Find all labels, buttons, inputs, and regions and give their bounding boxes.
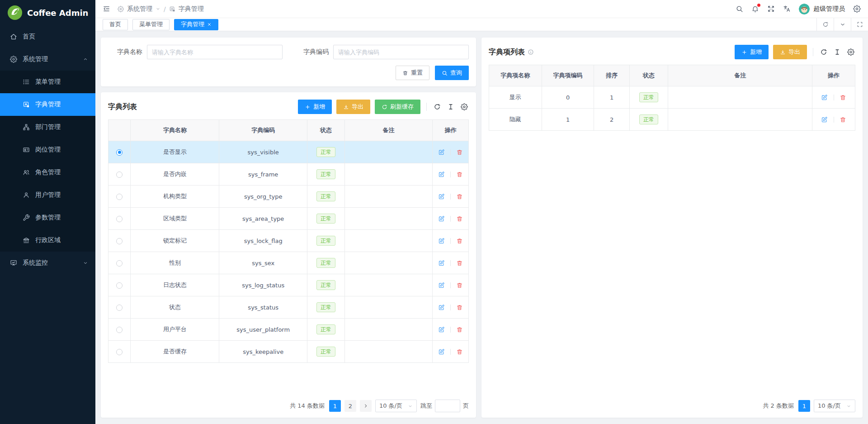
delete-icon[interactable]	[456, 215, 463, 222]
fullscreen-icon[interactable]	[767, 5, 775, 13]
refresh-table-icon[interactable]	[433, 103, 442, 110]
edit-icon[interactable]	[438, 260, 445, 267]
page-button-1[interactable]: 1	[329, 400, 341, 412]
page-size-select[interactable]: 10 条/页	[375, 400, 417, 412]
info-icon[interactable]	[528, 49, 534, 55]
delete-icon[interactable]	[456, 149, 463, 156]
close-icon[interactable]	[207, 22, 212, 27]
row-radio[interactable]	[116, 305, 123, 311]
sidebar-item-user-mgmt[interactable]: 用户管理	[0, 184, 95, 206]
row-radio[interactable]	[116, 149, 123, 156]
sidebar-item-dict-mgmt[interactable]: 字典管理	[0, 93, 95, 116]
export-dict-item-button[interactable]: 导出	[773, 45, 807, 59]
sidebar-item-post-mgmt[interactable]: 岗位管理	[0, 138, 95, 161]
delete-icon[interactable]	[456, 304, 463, 311]
row-radio[interactable]	[116, 260, 123, 267]
edit-icon[interactable]	[438, 348, 445, 355]
sidebar-item-system[interactable]: 系统管理	[0, 48, 95, 71]
table-row[interactable]: 隐藏 1 2 正常	[489, 109, 855, 131]
chevron-down-icon[interactable]	[834, 18, 851, 31]
edit-icon[interactable]	[438, 171, 445, 178]
breadcrumb-parent[interactable]: 系统管理	[127, 5, 152, 13]
table-row[interactable]: 区域类型 sys_area_type 正常	[108, 208, 469, 230]
page-size-select[interactable]: 10 条/页	[814, 400, 855, 412]
table-row[interactable]: 性别 sys_sex 正常	[108, 252, 469, 274]
settings-gear-icon[interactable]	[853, 5, 861, 13]
edit-icon[interactable]	[438, 282, 445, 289]
edit-icon[interactable]	[821, 116, 828, 123]
table-row[interactable]: 是否缓存 sys_keepalive 正常	[108, 341, 469, 363]
translate-icon[interactable]	[783, 5, 791, 13]
delete-icon[interactable]	[456, 348, 463, 355]
collapse-sidebar-icon[interactable]	[103, 5, 110, 13]
plus-icon	[305, 104, 311, 110]
edit-icon[interactable]	[438, 193, 445, 200]
edit-icon[interactable]	[438, 215, 445, 222]
row-radio[interactable]	[116, 172, 123, 178]
user-menu[interactable]: 超级管理员	[799, 4, 845, 14]
jump-page-input[interactable]	[435, 400, 460, 412]
table-row[interactable]: 日志状态 sys_log_status 正常	[108, 274, 469, 296]
next-page-button[interactable]	[360, 400, 372, 412]
column-settings-icon[interactable]	[460, 103, 469, 110]
edit-icon[interactable]	[821, 94, 828, 101]
notification-bell-icon[interactable]	[751, 5, 759, 13]
table-row[interactable]: 锁定标记 sys_lock_flag 正常	[108, 230, 469, 252]
tab-dict-mgmt[interactable]: 字典管理	[174, 19, 218, 30]
sidebar-item-home[interactable]: 首页	[0, 25, 95, 48]
delete-icon[interactable]	[840, 116, 846, 123]
delete-icon[interactable]	[456, 193, 463, 200]
dict-name-input[interactable]	[147, 45, 283, 59]
sidebar-item-label: 参数管理	[35, 214, 61, 222]
tab-home[interactable]: 首页	[103, 19, 128, 30]
maximize-icon[interactable]	[851, 18, 868, 31]
delete-icon[interactable]	[456, 282, 463, 289]
row-height-icon[interactable]	[833, 48, 842, 56]
edit-icon[interactable]	[438, 304, 445, 311]
edit-icon[interactable]	[438, 238, 445, 244]
row-radio[interactable]	[116, 238, 123, 244]
row-radio[interactable]	[116, 349, 123, 355]
add-dict-button[interactable]: 新增	[298, 100, 332, 114]
page-button-1[interactable]: 1	[798, 400, 810, 412]
refresh-icon[interactable]	[816, 18, 834, 31]
edit-icon[interactable]	[438, 149, 445, 156]
reset-button[interactable]: 重置	[396, 66, 429, 80]
sidebar-item-label: 行政区域	[35, 236, 61, 244]
sidebar-item-role-mgmt[interactable]: 角色管理	[0, 161, 95, 184]
dict-code-input[interactable]	[333, 45, 469, 59]
row-radio[interactable]	[116, 216, 123, 222]
page-button-2[interactable]: 2	[344, 400, 356, 412]
refresh-cache-button[interactable]: 刷新缓存	[375, 100, 420, 114]
query-button[interactable]: 查询	[435, 66, 469, 80]
table-row[interactable]: 是否内嵌 sys_frame 正常	[108, 163, 469, 186]
sidebar-item-admin-area[interactable]: 行政区域	[0, 229, 95, 252]
refresh-table-icon[interactable]	[819, 48, 828, 56]
search-icon[interactable]	[736, 5, 743, 13]
export-dict-button[interactable]: 导出	[336, 100, 370, 114]
row-radio[interactable]	[116, 282, 123, 289]
sidebar-item-menu-mgmt[interactable]: 菜单管理	[0, 71, 95, 93]
column-settings-icon[interactable]	[846, 48, 855, 56]
sidebar-item-dept-mgmt[interactable]: 部门管理	[0, 116, 95, 138]
remark-cell	[344, 141, 432, 163]
row-radio[interactable]	[116, 194, 123, 200]
edit-icon[interactable]	[438, 326, 445, 333]
row-height-icon[interactable]	[446, 103, 455, 110]
table-row[interactable]: 显示 0 1 正常	[489, 86, 855, 109]
add-dict-item-button[interactable]: 新增	[735, 45, 769, 59]
sidebar-item-monitor[interactable]: 系统监控	[0, 252, 95, 274]
delete-icon[interactable]	[456, 171, 463, 178]
table-row[interactable]: 机构类型 sys_org_type 正常	[108, 186, 469, 208]
tab-label: 首页	[109, 20, 121, 29]
delete-icon[interactable]	[456, 260, 463, 267]
delete-icon[interactable]	[456, 326, 463, 333]
delete-icon[interactable]	[840, 94, 846, 101]
row-radio[interactable]	[116, 327, 123, 333]
tab-menu-mgmt[interactable]: 菜单管理	[132, 19, 170, 30]
sidebar-item-param-mgmt[interactable]: 参数管理	[0, 206, 95, 229]
delete-icon[interactable]	[456, 238, 463, 244]
table-row[interactable]: 状态 sys_status 正常	[108, 296, 469, 319]
table-row[interactable]: 用户平台 sys_user_platform 正常	[108, 319, 469, 341]
table-row[interactable]: 是否显示 sys_visible 正常	[108, 141, 469, 163]
